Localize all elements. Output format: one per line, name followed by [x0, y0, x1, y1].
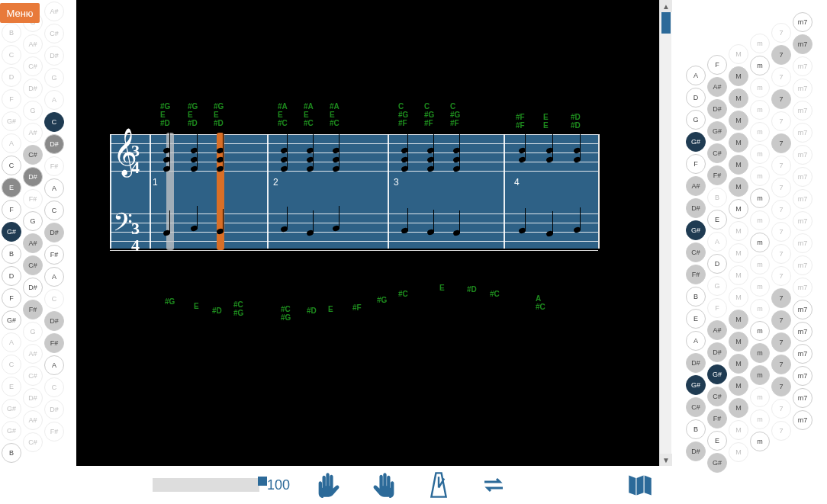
keyboard-key[interactable]: F# [686, 265, 706, 284]
keyboard-key[interactable]: G [707, 276, 727, 296]
keyboard-key[interactable]: G# [2, 310, 21, 330]
keyboard-key[interactable]: m [750, 387, 770, 407]
keyboard-key[interactable]: m [750, 409, 770, 429]
keyboard-key[interactable]: 7 [771, 156, 791, 175]
keyboard-key[interactable]: M [729, 111, 748, 130]
keyboard-key[interactable]: M [729, 44, 748, 64]
keyboard-key[interactable]: D# [686, 441, 706, 461]
keyboard-key[interactable]: m [750, 365, 770, 385]
keyboard-key[interactable]: G# [686, 375, 706, 395]
keyboard-key[interactable]: C# [23, 432, 43, 452]
keyboard-key[interactable]: G# [2, 222, 21, 242]
keyboard-key[interactable]: D [707, 254, 727, 274]
keyboard-key[interactable]: C# [23, 56, 43, 76]
keyboard-key[interactable]: m [750, 277, 770, 297]
keyboard-key[interactable]: 7 [771, 399, 791, 419]
keyboard-key[interactable]: m [750, 321, 770, 341]
keyboard-key[interactable]: A [44, 90, 64, 110]
keyboard-key[interactable]: F [686, 154, 706, 174]
keyboard-key[interactable]: m7 [793, 322, 813, 342]
keyboard-key[interactable]: M [729, 376, 748, 396]
keyboard-key[interactable]: 7 [771, 200, 791, 220]
keyboard-key[interactable]: C [44, 289, 64, 309]
keyboard-key[interactable]: D# [44, 134, 64, 154]
keyboard-key[interactable]: F# [44, 245, 64, 265]
keyboard-key[interactable]: C# [707, 143, 727, 163]
keyboard-key[interactable]: m [750, 56, 770, 75]
keyboard-key[interactable]: C [44, 201, 64, 220]
keyboard-key[interactable]: D# [707, 342, 727, 362]
keyboard-key[interactable]: F [707, 55, 727, 75]
keyboard-key[interactable]: F# [44, 422, 64, 441]
keyboard-key[interactable]: M [729, 332, 748, 352]
keyboard-key[interactable]: G [23, 101, 43, 120]
keyboard-key[interactable]: m [750, 432, 770, 451]
keyboard-key[interactable]: m7 [793, 167, 813, 187]
keyboard-key[interactable]: B [2, 244, 21, 264]
keyboard-key[interactable]: M [729, 442, 748, 462]
progress-slider[interactable] [153, 478, 259, 492]
keyboard-key[interactable]: D# [44, 311, 64, 331]
keyboard-key[interactable]: G# [686, 132, 706, 152]
keyboard-key[interactable]: m [750, 144, 770, 164]
right-hand-button[interactable] [368, 469, 400, 501]
keyboard-key[interactable]: F [2, 200, 21, 220]
keyboard-key[interactable]: C# [23, 255, 43, 275]
keyboard-key[interactable]: D [2, 266, 21, 286]
keyboard-key[interactable]: D# [707, 99, 727, 119]
keyboard-key[interactable]: C# [23, 145, 43, 165]
keyboard-key[interactable]: A# [707, 320, 727, 340]
keyboard-key[interactable]: M [729, 398, 748, 418]
keyboard-key[interactable]: m7 [793, 12, 813, 32]
keyboard-key[interactable]: D# [23, 167, 43, 187]
keyboard-key[interactable]: G# [707, 121, 727, 141]
keyboard-key[interactable]: 7 [771, 222, 791, 242]
keyboard-key[interactable]: E [707, 431, 727, 451]
keyboard-key[interactable]: D# [23, 79, 43, 98]
menu-button[interactable]: Меню [0, 3, 40, 23]
keyboard-key[interactable]: m [750, 188, 770, 208]
keyboard-key[interactable]: m7 [793, 300, 813, 319]
keyboard-key[interactable]: m7 [793, 255, 813, 275]
keyboard-key[interactable]: m [750, 210, 770, 230]
loop-button[interactable] [478, 469, 510, 501]
scroll-up-icon[interactable]: ▲ [660, 0, 672, 12]
keyboard-key[interactable]: M [729, 420, 748, 440]
keyboard-key[interactable]: G# [2, 111, 21, 131]
keyboard-key[interactable]: C# [707, 387, 727, 406]
keyboard-key[interactable]: B [686, 287, 706, 307]
keyboard-key[interactable]: E [2, 377, 21, 396]
keyboard-key[interactable]: A# [23, 344, 43, 364]
keyboard-key[interactable]: m [750, 34, 770, 53]
keyboard-key[interactable]: A [2, 332, 21, 352]
keyboard-key[interactable]: 7 [771, 288, 791, 308]
keyboard-key[interactable]: C# [44, 24, 64, 43]
keyboard-key[interactable]: A [2, 133, 21, 153]
keyboard-key[interactable]: D# [686, 353, 706, 373]
keyboard-key[interactable]: m7 [793, 233, 813, 253]
keyboard-key[interactable]: C [44, 377, 64, 397]
keyboard-key[interactable]: M [729, 66, 748, 86]
keyboard-key[interactable]: m7 [793, 145, 813, 165]
keyboard-key[interactable]: m7 [793, 278, 813, 297]
keyboard-key[interactable]: A [44, 355, 64, 375]
keyboard-key[interactable]: 7 [771, 377, 791, 396]
keyboard-key[interactable]: F# [707, 165, 727, 185]
keyboard-key[interactable]: M [729, 199, 748, 219]
keyboard-key[interactable]: m [750, 299, 770, 319]
keyboard-key[interactable]: F# [44, 156, 64, 176]
keyboard-key[interactable]: M [729, 155, 748, 175]
keyboard-key[interactable]: 7 [771, 67, 791, 87]
keyboard-key[interactable]: m [750, 343, 770, 363]
keyboard-key[interactable]: C [2, 156, 21, 175]
keyboard-key[interactable]: C# [686, 242, 706, 262]
keyboard-key[interactable]: 7 [771, 178, 791, 197]
keyboard-key[interactable]: C [44, 112, 64, 132]
keyboard-key[interactable]: A [686, 66, 706, 85]
keyboard-key[interactable]: D# [23, 278, 43, 297]
keyboard-key[interactable]: M [729, 133, 748, 152]
keyboard-key[interactable]: C# [686, 397, 706, 417]
keyboard-key[interactable]: E [686, 309, 706, 329]
keyboard-key[interactable]: G [23, 322, 43, 342]
keyboard-key[interactable]: 7 [771, 332, 791, 352]
